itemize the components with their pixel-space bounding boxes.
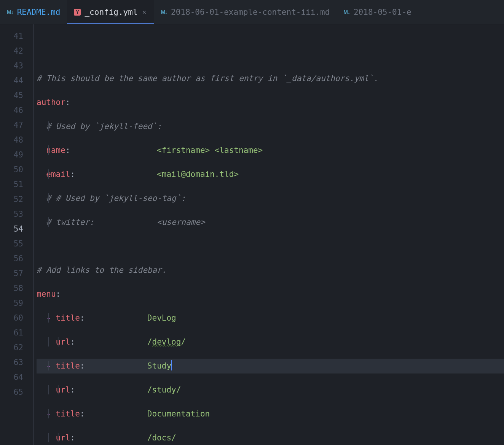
line-number: 55 — [0, 237, 23, 251]
line-number: 50 — [0, 162, 23, 177]
line-number: 48 — [0, 133, 23, 148]
line-number: 47 — [0, 118, 23, 133]
code-line[interactable]: email: <mail@domain.tld>│ — [37, 167, 504, 182]
tab-config-yml[interactable]: Y _config.yml × — [67, 0, 154, 24]
line-number: 43 — [0, 59, 23, 73]
code-line[interactable]: # Add links to the sidebar. — [37, 263, 504, 278]
line-number: 53 — [0, 207, 23, 222]
code-line[interactable]: - title: DevLog│ — [37, 311, 504, 326]
line-number: 46 — [0, 103, 23, 118]
code-line[interactable]: menu: — [37, 287, 504, 302]
code-line[interactable]: author: — [37, 95, 504, 110]
code-line[interactable]: url: /study/││ — [37, 383, 504, 397]
line-number: 51 — [0, 177, 23, 192]
markdown-icon: M↓ — [343, 9, 350, 15]
line-number: 61 — [0, 326, 23, 340]
code-line[interactable] — [37, 47, 504, 62]
code-line[interactable] — [37, 239, 504, 254]
tab-label: README.md — [17, 8, 61, 17]
line-number: 45 — [0, 88, 23, 103]
tab-label: 2018-06-01-example-content-iii.md — [171, 8, 330, 17]
line-number: 42 — [0, 44, 23, 59]
line-number-gutter: 4142434445464748495051525354555657585960… — [0, 24, 33, 445]
tab-label: 2018-05-01-e — [354, 8, 411, 17]
code-line[interactable]: url: /devlog/││ — [37, 335, 504, 350]
line-number: 63 — [0, 355, 23, 370]
line-number: 41 — [0, 29, 23, 44]
line-number: 52 — [0, 192, 23, 207]
markdown-icon: M↓ — [7, 9, 13, 15]
text-cursor — [171, 360, 172, 370]
editor: 4142434445464748495051525354555657585960… — [0, 24, 504, 445]
markdown-icon: M↓ — [161, 9, 167, 15]
line-number: 44 — [0, 73, 23, 88]
line-number: 54 — [0, 222, 23, 237]
code-area[interactable]: # This should be the same author as firs… — [33, 24, 504, 445]
code-line[interactable]: url: /docs/││ — [37, 431, 504, 445]
code-line[interactable]: # # Used by `jekyll-seo-tag`:│ — [37, 191, 504, 206]
line-number: 56 — [0, 251, 23, 266]
line-number: 60 — [0, 311, 23, 326]
tab-example-content[interactable]: M↓ 2018-06-01-example-content-iii.md — [154, 0, 337, 24]
tab-label: _config.yml — [85, 8, 137, 17]
yaml-icon: Y — [74, 9, 81, 16]
line-number: 57 — [0, 266, 23, 281]
code-line[interactable]: # Used by `jekyll-feed`:│ — [37, 119, 504, 134]
line-number: 49 — [0, 148, 23, 162]
line-number: 58 — [0, 281, 23, 296]
tab-bar: M↓ README.md Y _config.yml × M↓ 2018-06-… — [0, 0, 504, 24]
line-number: 59 — [0, 296, 23, 311]
tab-2018-05-01[interactable]: M↓ 2018-05-01-e — [337, 0, 418, 24]
code-line[interactable]: # This should be the same author as firs… — [37, 71, 504, 86]
close-icon[interactable]: × — [142, 8, 147, 16]
code-line[interactable]: name: <firstname> <lastname>│ — [37, 143, 504, 158]
code-line[interactable]: # twitter: <username>│ — [37, 215, 504, 230]
line-number: 64 — [0, 370, 23, 385]
code-line[interactable]: - title: Documentation│ — [37, 407, 504, 421]
code-line-current[interactable]: - title: Study│ — [37, 359, 504, 373]
line-number: 62 — [0, 340, 23, 355]
tab-readme[interactable]: M↓ README.md — [0, 0, 67, 24]
line-number: 65 — [0, 385, 23, 400]
